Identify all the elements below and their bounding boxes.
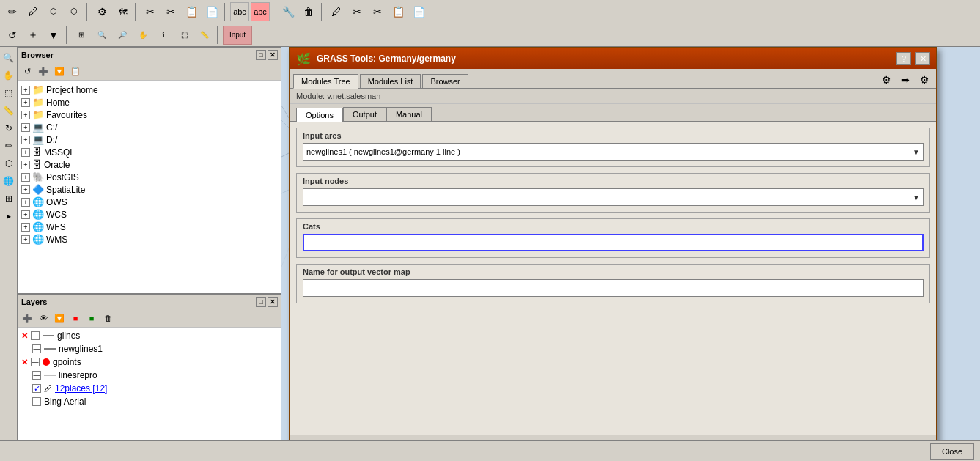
input-arcs-dropdown-icon[interactable]: ▼	[913, 148, 920, 156]
input-arcs-select[interactable]: newglines1 ( newglines1@germany 1 line )…	[303, 143, 924, 161]
identify-icon[interactable]: ℹ	[154, 26, 173, 45]
inner-tab-output[interactable]: Output	[343, 107, 386, 121]
tree-item-spatialite[interactable]: + 🔷 SpatiaLite	[21, 183, 278, 196]
sidebar-select-icon[interactable]: ⬚	[1, 85, 17, 101]
tree-item-c[interactable]: + 💻 C:/	[21, 121, 278, 133]
copy-icon[interactable]: 📋	[182, 2, 201, 21]
layers-close-btn[interactable]: ✕	[268, 297, 278, 307]
cut2-icon[interactable]: ✂	[161, 2, 180, 21]
layer-linesrepro[interactable]: — linesrepro	[21, 369, 278, 382]
browser-close-btn[interactable]: ✕	[268, 50, 278, 60]
tab-icon-3[interactable]: ⚙	[915, 72, 933, 88]
tree-item-wfs[interactable]: + 🌐 WFS	[21, 221, 278, 233]
measure-icon[interactable]: 📏	[195, 26, 214, 45]
tree-item-ows[interactable]: + 🌐 OWS	[21, 196, 278, 208]
scissors-icon[interactable]: ✂	[347, 2, 366, 21]
sidebar-arrow-icon[interactable]: ▸	[1, 208, 17, 224]
text-icon[interactable]: abc	[230, 2, 249, 21]
tab-browser[interactable]: Browser	[422, 74, 468, 88]
tab-icon-1[interactable]: ⚙	[877, 72, 895, 88]
tree-item-mssql[interactable]: + 🗄 MSSQL	[21, 146, 278, 158]
expand-ows[interactable]: +	[21, 198, 30, 207]
tab-icon-2[interactable]: ➡	[896, 72, 914, 88]
layer-12places[interactable]: ✓ 🖊 12places [12]	[21, 382, 278, 395]
expand-wcs[interactable]: +	[21, 210, 30, 219]
layers-add-icon[interactable]: ➕	[20, 311, 34, 325]
input-nodes-dropdown-icon[interactable]: ▼	[913, 193, 920, 202]
tab-modules-list[interactable]: Modules List	[360, 74, 421, 88]
input-nodes-select[interactable]: ▼	[303, 188, 924, 206]
node-icon[interactable]: ⬡	[44, 2, 63, 21]
layers-green-icon[interactable]: ■	[84, 311, 99, 325]
sidebar-globe-icon[interactable]: 🌐	[1, 173, 17, 189]
filter-icon[interactable]: ▼	[44, 26, 63, 45]
document-icon[interactable]: 📄	[409, 2, 428, 21]
layer-glines[interactable]: ✕ — glines	[21, 329, 278, 342]
browser-maximize-btn[interactable]: □	[256, 50, 266, 60]
delete-icon[interactable]: 🗑	[299, 2, 318, 21]
tool-icon[interactable]: 🔧	[279, 2, 298, 21]
zoom-extent-icon[interactable]: ⊞	[72, 26, 91, 45]
sidebar-node-icon[interactable]: ⬡	[1, 155, 17, 172]
expand-oracle[interactable]: +	[21, 161, 30, 169]
sidebar-grid-icon[interactable]: ⊞	[1, 191, 17, 207]
layer-newglines1[interactable]: — newglines1	[21, 342, 278, 355]
map-icon[interactable]: 🗺	[113, 2, 132, 21]
refresh-icon[interactable]: ↺	[3, 26, 22, 45]
browser-refresh-icon[interactable]: ↺	[20, 64, 34, 78]
cats-input[interactable]	[303, 234, 924, 251]
paste-icon[interactable]: 📄	[202, 2, 221, 21]
tab-modules-tree[interactable]: Modules Tree	[293, 74, 358, 89]
cut-icon[interactable]: ✂	[141, 2, 160, 21]
pencil-icon[interactable]: ✏	[3, 2, 22, 21]
clipboard-icon[interactable]: 📋	[388, 2, 408, 21]
tree-item-favourites[interactable]: + 📁 Favourites	[21, 108, 278, 121]
inner-tab-options[interactable]: Options	[296, 108, 343, 122]
layers-red-icon[interactable]: ■	[68, 311, 83, 325]
expand-wms[interactable]: +	[21, 235, 30, 244]
layer-gpoints-check[interactable]: —	[31, 358, 40, 366]
expand-spatialite[interactable]: +	[21, 185, 30, 194]
sidebar-rotate-icon[interactable]: ↻	[1, 120, 17, 136]
zoom-in-icon[interactable]: 🔍	[92, 26, 111, 45]
layer-gpoints[interactable]: ✕ — gpoints	[21, 355, 278, 369]
layer-glines-check[interactable]: —	[31, 331, 40, 340]
expand-favourites[interactable]: +	[21, 111, 30, 119]
browser-settings-icon[interactable]: 📋	[68, 64, 83, 78]
layers-filter-icon[interactable]: 🔽	[52, 311, 67, 325]
tree-item-wms[interactable]: + 🌐 WMS	[21, 233, 278, 246]
expand-postgis[interactable]: +	[21, 173, 30, 182]
tree-item-project-home[interactable]: + 📁 Project home	[21, 84, 278, 96]
sidebar-zoom-icon[interactable]: 🔍	[1, 50, 17, 66]
node2-icon[interactable]: ⬡	[65, 2, 84, 21]
tree-item-home[interactable]: + 📁 Home	[21, 96, 278, 108]
expand-project-home[interactable]: +	[21, 86, 30, 95]
add-icon[interactable]: ＋	[23, 26, 43, 45]
input-icon[interactable]: Input	[223, 26, 252, 45]
expand-wfs[interactable]: +	[21, 223, 30, 232]
zoom-out-icon[interactable]: 🔎	[113, 26, 132, 45]
tree-item-postgis[interactable]: + 🐘 PostGIS	[21, 171, 278, 183]
pan-icon[interactable]: ✋	[133, 26, 152, 45]
expand-c[interactable]: +	[21, 123, 30, 132]
browser-filter-icon[interactable]: 🔽	[52, 64, 67, 78]
edit-icon[interactable]: 🖊	[327, 2, 346, 21]
layers-maximize-btn[interactable]: □	[256, 297, 266, 307]
output-name-input[interactable]	[303, 279, 924, 297]
dialog-help-btn[interactable]: ?	[896, 52, 911, 65]
scissors2-icon[interactable]: ✂	[368, 2, 387, 21]
tree-item-d[interactable]: + 💻 D:/	[21, 133, 278, 146]
dialog-close-btn[interactable]: ✕	[915, 52, 930, 65]
layer-bing[interactable]: — Bing Aerial	[21, 395, 278, 408]
layers-eye-icon[interactable]: 👁	[36, 311, 51, 325]
layer-bing-check[interactable]: —	[32, 397, 41, 406]
inner-tab-manual[interactable]: Manual	[386, 107, 432, 121]
sidebar-pan-icon[interactable]: ✋	[1, 67, 17, 84]
layers-remove-icon[interactable]: 🗑	[100, 311, 115, 325]
sidebar-edit-icon[interactable]: ✏	[1, 138, 17, 154]
layer-newglines1-check[interactable]: —	[32, 344, 41, 353]
pen-icon[interactable]: 🖊	[23, 2, 43, 21]
sidebar-measure-icon[interactable]: 📏	[1, 103, 17, 119]
select-icon[interactable]: ⬚	[174, 26, 194, 45]
expand-home[interactable]: +	[21, 98, 30, 107]
